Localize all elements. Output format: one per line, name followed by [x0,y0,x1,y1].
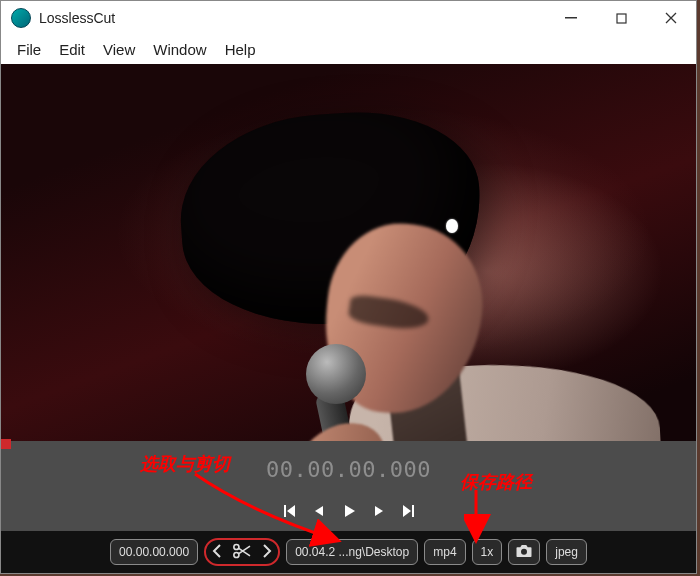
current-time-label: 00.00.00.000 [266,457,431,482]
start-time-chip[interactable]: 00.00.00.000 [110,539,198,565]
svg-rect-1 [617,14,626,23]
timeline-marker[interactable] [1,441,696,447]
format-chip[interactable]: mp4 [424,539,465,565]
bottom-panel: 00.00.00.000 00.00.00.000 [1,441,696,573]
minimize-button[interactable] [546,3,596,33]
svg-point-4 [521,548,527,554]
start-time-value: 00.00.00.000 [119,545,189,559]
app-title: LosslessCut [39,10,115,26]
speed-chip[interactable]: 1x [472,539,503,565]
skip-start-button[interactable] [281,503,297,519]
step-back-button[interactable] [311,503,327,519]
output-path-value: 00.04.2 ...ng\Desktop [295,545,409,559]
menu-help[interactable]: Help [225,41,256,58]
camera-icon [515,544,533,561]
cut-controls [204,538,280,566]
step-forward-button[interactable] [371,503,387,519]
footer-toolbar: 00.00.00.000 00.04.2 ...n [1,531,696,573]
menubar: File Edit View Window Help [1,35,696,64]
snapshot-button[interactable] [508,539,540,565]
video-preview[interactable] [1,64,696,441]
menu-edit[interactable]: Edit [59,41,85,58]
skip-end-button[interactable] [401,503,417,519]
playback-controls [1,491,696,531]
app-window: LosslessCut File Edit View Window Help [0,0,697,574]
play-button[interactable] [341,503,357,519]
capture-format-chip[interactable]: jpeg [546,539,587,565]
app-icon [11,8,31,28]
close-button[interactable] [646,3,696,33]
capture-format-value: jpeg [555,545,578,559]
titlebar: LosslessCut [1,1,696,35]
svg-rect-0 [565,17,577,19]
format-value: mp4 [433,545,456,559]
menu-window[interactable]: Window [153,41,206,58]
maximize-button[interactable] [596,3,646,33]
scissors-icon[interactable] [232,543,252,562]
speed-value: 1x [481,545,494,559]
menu-file[interactable]: File [17,41,41,58]
cut-range-forward-icon[interactable] [262,544,272,561]
output-path-chip[interactable]: 00.04.2 ...ng\Desktop [286,539,418,565]
timecode-display: 00.00.00.000 [1,447,696,491]
menu-view[interactable]: View [103,41,135,58]
cut-range-back-icon[interactable] [212,544,222,561]
